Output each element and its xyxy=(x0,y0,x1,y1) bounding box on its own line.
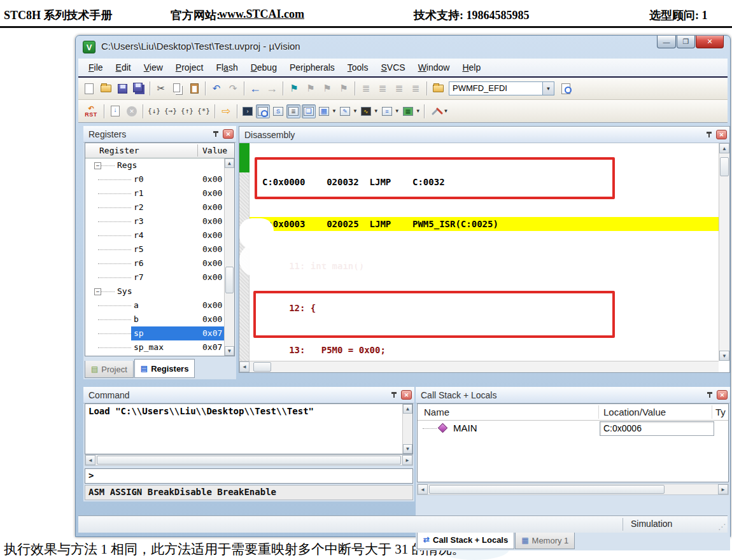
register-group-sys[interactable]: −Sys xyxy=(85,284,234,298)
debug-settings-button[interactable] xyxy=(428,104,443,118)
scroll-down-icon[interactable]: ▼ xyxy=(403,444,412,454)
menu-project[interactable]: Project xyxy=(169,60,210,75)
close-button[interactable]: ✕ xyxy=(696,36,724,48)
clear-bookmarks-button[interactable]: ⚑ xyxy=(336,81,351,95)
scroll-thumb[interactable] xyxy=(253,362,271,372)
maximize-button[interactable]: ❐ xyxy=(677,36,695,48)
logic-analyzer-button[interactable]: ∿ xyxy=(359,104,373,118)
run-button[interactable]: ↓ xyxy=(108,104,123,118)
menu-tools[interactable]: Tools xyxy=(341,60,375,75)
step-over-button[interactable]: {→} xyxy=(163,104,178,118)
find-in-files-button[interactable] xyxy=(558,81,574,95)
copy-button[interactable] xyxy=(170,81,185,95)
command-hscrollbar[interactable]: ◄ ► xyxy=(85,454,413,466)
command-log[interactable]: Load "C:\\Users\\Liu\\Desktop\\Test\\Tes… xyxy=(85,403,413,454)
scroll-thumb[interactable] xyxy=(429,485,665,494)
minimize-button[interactable]: — xyxy=(657,36,676,48)
callstack-pin-icon[interactable] xyxy=(705,391,714,400)
tab-registers[interactable]: ▤Registers xyxy=(134,359,195,378)
register-row-r4[interactable]: r40x00 xyxy=(85,228,234,242)
register-row-r1[interactable]: r10x00 xyxy=(85,186,234,200)
disassembly-pin-icon[interactable] xyxy=(705,130,714,139)
menu-view[interactable]: View xyxy=(137,60,169,75)
tab-memory1[interactable]: ▦Memory 1 xyxy=(515,532,575,549)
menu-flash[interactable]: Flash xyxy=(209,60,244,75)
scroll-thumb[interactable] xyxy=(225,267,234,293)
disassembly-hscrollbar[interactable]: ◄ xyxy=(239,361,719,372)
scroll-left-icon[interactable]: ◄ xyxy=(418,484,428,494)
register-group-regs[interactable]: −Regs xyxy=(85,158,234,172)
scroll-up-icon[interactable]: ▲ xyxy=(225,158,234,168)
watch-window-button[interactable]: ✎ xyxy=(338,104,352,118)
site-link[interactable]: www.STCAI.com xyxy=(219,8,304,21)
paste-button[interactable] xyxy=(187,81,202,95)
callstack-row-main[interactable]: MAIN C:0x0006 xyxy=(418,421,728,437)
serial-window-button[interactable]: S xyxy=(271,104,285,118)
scroll-left-icon[interactable]: ◄ xyxy=(239,361,250,372)
command-vscrollbar[interactable]: ▲ ▼ xyxy=(402,404,412,454)
configure-target-button[interactable] xyxy=(430,81,446,95)
register-row-sp[interactable]: sp0x07 xyxy=(85,326,234,340)
open-file-button[interactable] xyxy=(98,81,113,95)
memory-window-dropdown[interactable]: ▼ xyxy=(332,108,337,114)
registers-pin-icon[interactable] xyxy=(211,130,220,139)
go-button[interactable]: ⇨ xyxy=(218,104,234,118)
watch-window-dropdown[interactable]: ▼ xyxy=(353,108,358,114)
logic-analyzer-dropdown[interactable]: ▼ xyxy=(374,108,379,114)
scroll-thumb[interactable] xyxy=(97,456,401,465)
run-to-cursor-button[interactable]: {*} xyxy=(196,104,211,118)
menu-window[interactable]: Window xyxy=(412,60,456,75)
tab-project[interactable]: ▤Project xyxy=(85,361,134,378)
comment-button[interactable]: ≣ xyxy=(391,81,407,95)
menu-help[interactable]: Help xyxy=(456,60,487,75)
cut-button[interactable]: ✂ xyxy=(153,81,169,95)
source-line[interactable]: 13: P5M0 = 0x00; xyxy=(250,343,719,357)
new-file-button[interactable] xyxy=(81,81,97,95)
indent-button[interactable]: ≣ xyxy=(358,81,374,95)
prev-bookmark-button[interactable]: ⚑ xyxy=(303,81,318,95)
register-row-a[interactable]: a0x00 xyxy=(85,298,234,312)
step-into-button[interactable]: {↓} xyxy=(146,104,162,118)
registers-window-button[interactable]: ≣ xyxy=(286,104,300,118)
registers-scrollbar[interactable]: ▲ ▼ xyxy=(224,158,234,356)
registers-close-icon[interactable]: ✕ xyxy=(223,129,234,139)
command-assign-bar[interactable]: ASM ASSIGN BreakDisable BreakEnable xyxy=(85,485,413,500)
symbols-window-button[interactable]: ≡ xyxy=(380,104,394,118)
menu-peripherals[interactable]: Peripherals xyxy=(283,60,341,75)
target-select-dropdown[interactable]: ▼ xyxy=(543,81,554,95)
next-bookmark-button[interactable]: ⚑ xyxy=(320,81,335,95)
toolbox-dropdown[interactable]: ▼ xyxy=(416,108,421,114)
tab-callstack[interactable]: ⇄Call Stack + Locals xyxy=(417,530,514,549)
callstack-close-icon[interactable]: ✕ xyxy=(717,390,728,400)
command-close-icon[interactable]: ✕ xyxy=(401,390,412,400)
disasm-line-highlighted[interactable]: C:0x0003 020025 LJMP PWM5_ISR(C:0025) xyxy=(250,217,719,231)
register-row-sp-max[interactable]: sp_max0x07 xyxy=(85,340,234,354)
menu-svcs[interactable]: SVCS xyxy=(374,60,411,75)
resize-grip-icon[interactable]: ⋰ xyxy=(718,522,726,531)
save-button[interactable] xyxy=(115,81,130,95)
register-row-r3[interactable]: r30x00 xyxy=(85,214,234,228)
register-row-r2[interactable]: r20x00 xyxy=(85,200,234,214)
debug-settings-dropdown[interactable]: ▼ xyxy=(444,108,449,114)
toolbox-button[interactable]: ▦ xyxy=(401,104,415,118)
register-row-r0[interactable]: r00x00 xyxy=(85,172,234,186)
register-row-r7[interactable]: r70x00 xyxy=(85,270,234,284)
register-row-b[interactable]: b0x00 xyxy=(85,312,234,326)
stop-button[interactable]: ✕ xyxy=(124,104,139,118)
step-out-button[interactable]: {↑} xyxy=(179,104,195,118)
titlebar[interactable]: V C:\Users\Liu\Desktop\Test\Test.uvproj … xyxy=(76,36,730,59)
unindent-button[interactable]: ≣ xyxy=(375,81,390,95)
scroll-left-icon[interactable]: ◄ xyxy=(85,455,95,465)
menu-file[interactable]: File xyxy=(82,60,109,75)
callstack-hscrollbar[interactable]: ◄ ► xyxy=(417,484,729,495)
menu-edit[interactable]: Edit xyxy=(109,60,137,75)
scroll-up-icon[interactable]: ▲ xyxy=(719,143,729,153)
menu-debug[interactable]: Debug xyxy=(244,60,283,75)
undo-button[interactable]: ↶ xyxy=(209,81,224,95)
target-select-value[interactable]: PWMFD_EFDI xyxy=(449,81,543,95)
register-row-r5[interactable]: r50x00 xyxy=(85,242,234,256)
scroll-thumb[interactable] xyxy=(720,157,729,176)
save-all-button[interactable] xyxy=(131,81,146,95)
redo-button[interactable]: ↷ xyxy=(225,81,241,95)
command-input[interactable]: > xyxy=(85,468,413,484)
